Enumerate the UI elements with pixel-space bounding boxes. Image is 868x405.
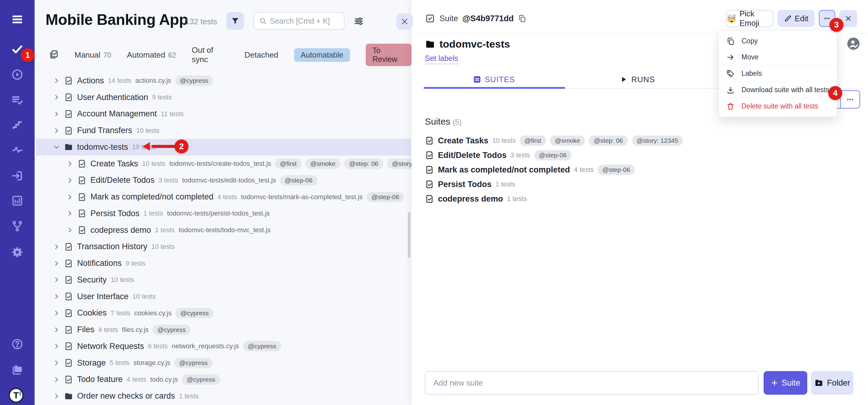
search-box[interactable] (253, 12, 344, 30)
tab-runs[interactable]: RUNS (566, 70, 709, 89)
advanced-filter-icon[interactable] (353, 16, 364, 27)
import-icon[interactable] (11, 169, 24, 182)
user-avatar[interactable] (847, 38, 860, 50)
menu-item-labels[interactable]: Labels (719, 65, 837, 81)
suite-check-icon (425, 13, 435, 24)
copy-id-icon[interactable] (518, 14, 526, 23)
tree-row[interactable]: Actions 14 tests actions.cy.js @cypress (36, 72, 411, 89)
close-panel-button[interactable] (396, 13, 413, 30)
activity-pulse-icon[interactable] (11, 143, 24, 157)
chevron-icon[interactable] (53, 77, 60, 84)
settings-gear-icon[interactable] (11, 245, 24, 259)
chevron-icon[interactable] (53, 326, 60, 333)
tree-row[interactable]: Cookies 7 tests cookies.cy.js @cypress (36, 305, 411, 322)
tree-item-count: 10 tests (136, 127, 160, 135)
chevron-icon[interactable] (53, 309, 60, 317)
tree-row[interactable]: User Authentication 9 tests (36, 89, 411, 106)
tree-row[interactable]: Order new checks or cards 1 tests (36, 388, 411, 404)
chevron-icon[interactable] (53, 127, 60, 134)
tree-item-file: todomvc-tests/persist-todos_test.js (167, 209, 270, 217)
copy-check-icon[interactable] (49, 50, 59, 60)
search-input[interactable] (270, 17, 339, 26)
chevron-icon[interactable] (66, 227, 73, 234)
tree-row[interactable]: Account Management 11 tests (36, 106, 411, 123)
chevron-icon[interactable] (53, 94, 60, 101)
tree-row[interactable]: Fund Transfers 10 tests (36, 122, 411, 139)
tag-icon (726, 69, 735, 78)
filter-button[interactable] (226, 12, 244, 30)
edit-button[interactable]: Edit (778, 10, 814, 27)
filter-to-review[interactable]: To Review (366, 44, 411, 66)
tree-row[interactable]: Security 10 tests (36, 272, 411, 288)
pick-emoji-button[interactable]: 🤯 Pick Emoji (726, 10, 773, 27)
chevron-icon[interactable] (66, 210, 73, 217)
tree-item-count: 14 tests (108, 77, 131, 85)
steps-icon[interactable] (11, 118, 24, 132)
tree-row[interactable]: Create Tasks 10 tests todomvc-tests/crea… (36, 156, 411, 172)
filter-automatable[interactable]: Automatable (294, 48, 350, 62)
chevron-icon[interactable] (53, 243, 60, 250)
suite-list-item[interactable]: Edit/Delete Todos 3 tests @step-06 (425, 148, 850, 163)
projects-folders-icon[interactable] (11, 363, 24, 376)
checklist-icon[interactable] (11, 93, 24, 107)
tree-row[interactable]: Storage 5 tests storage.cy.js @cypress (36, 355, 411, 371)
tree-row[interactable]: Todo feature 4 tests todo.cy.js @cypress (36, 371, 411, 388)
suite-list-item[interactable]: Persist Todos 1 tests (425, 177, 850, 192)
add-suite-button[interactable]: Suite (764, 371, 807, 395)
chevron-icon[interactable] (66, 193, 73, 201)
chevron-icon[interactable] (66, 177, 73, 184)
chevron-icon[interactable] (53, 343, 60, 350)
tree-row[interactable]: Transaction History 10 tests (36, 239, 411, 255)
menu-item-delete[interactable]: Delete suite with all tests (719, 98, 837, 114)
filter-out-of-sync[interactable]: Out of sync (192, 45, 229, 64)
chevron-icon[interactable] (66, 160, 73, 167)
chevron-icon[interactable] (53, 110, 60, 117)
tree-row[interactable]: Persist Todos 1 tests todomvc-tests/pers… (36, 205, 411, 222)
menu-item-move[interactable]: Move (719, 49, 837, 65)
tree-row[interactable]: User Interface 10 tests (36, 288, 411, 305)
test-file-icon (64, 242, 73, 251)
runs-play-icon[interactable] (11, 68, 24, 81)
more-tree-actions-button[interactable] (841, 91, 860, 108)
menu-item-copy[interactable]: Copy (719, 33, 837, 49)
tree-item-name: Notifications (77, 259, 122, 268)
tree-row[interactable]: Mark as completed/not completed 4 tests … (36, 189, 411, 205)
menu-item-download[interactable]: Download suite with all tests (719, 82, 837, 98)
tree-item-name: Persist Todos (90, 209, 140, 218)
git-branch-icon[interactable] (11, 220, 24, 233)
tree-item-file: todo.cy.js (150, 376, 178, 383)
tree-row[interactable]: Network Requests 6 tests network_request… (36, 338, 411, 355)
testomat-logo[interactable]: T (9, 388, 23, 403)
hamburger-menu-icon[interactable] (11, 13, 24, 26)
chevron-icon[interactable] (53, 143, 60, 151)
tag-pill: @step-06 (534, 150, 571, 160)
help-icon[interactable] (11, 337, 24, 351)
tab-suites[interactable]: SUITES (423, 70, 566, 89)
chevron-icon[interactable] (53, 393, 60, 400)
tree-item-name: Files (77, 325, 94, 334)
analytics-icon[interactable] (11, 194, 24, 207)
add-folder-button[interactable]: Folder (811, 371, 854, 395)
tree-row[interactable]: Files 4 tests files.cy.js @cypress (36, 321, 411, 338)
add-suite-input[interactable] (425, 371, 759, 395)
test-file-icon (425, 180, 434, 189)
chevron-icon[interactable] (53, 260, 60, 267)
suite-list-item[interactable]: Create Tasks 10 tests @first @smoke @ste… (425, 133, 850, 148)
set-labels-link[interactable]: Set labels (425, 54, 458, 64)
filter-detached[interactable]: Detached (245, 50, 278, 60)
chevron-icon[interactable] (53, 276, 60, 283)
filter-manual[interactable]: Manual70 (74, 50, 111, 60)
test-file-icon (64, 292, 73, 301)
tree-row[interactable]: Edit/Delete Todos 3 tests todomvc-tests/… (36, 172, 411, 189)
suite-list-item[interactable]: Mark as completed/not completed 4 tests … (425, 163, 850, 177)
tree-row[interactable]: codepress demo 1 tests todomvc-tests/tod… (36, 222, 411, 239)
filter-automated[interactable]: Automated62 (127, 50, 176, 60)
scrollbar-thumb[interactable] (408, 212, 410, 258)
suite-list-item[interactable]: codepress demo 1 tests (425, 192, 850, 206)
tree-row[interactable]: todomvc-tests 19 tests (36, 139, 411, 156)
chevron-icon[interactable] (53, 293, 60, 300)
chevron-icon[interactable] (53, 376, 60, 383)
tree-row[interactable]: Notifications 9 tests (36, 255, 411, 272)
test-file-icon (64, 76, 73, 85)
chevron-icon[interactable] (53, 359, 60, 367)
